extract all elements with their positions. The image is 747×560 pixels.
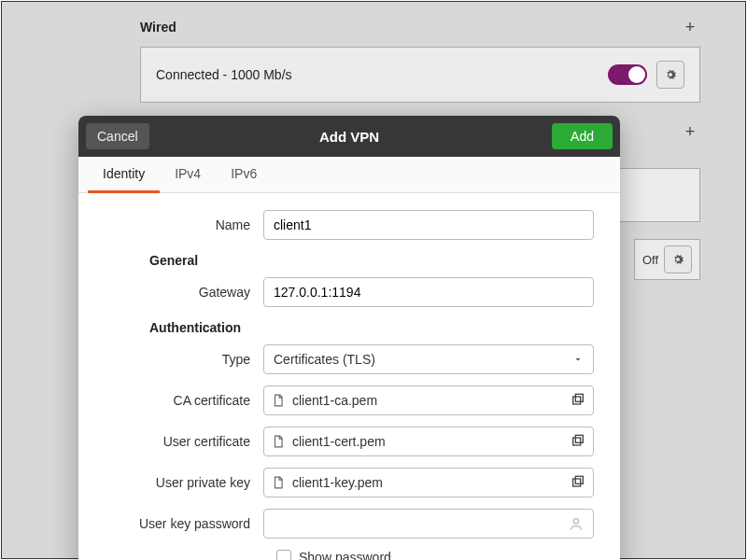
user-key-chooser[interactable]: client1-key.pem (263, 468, 594, 497)
chevron-down-icon (572, 354, 584, 365)
general-heading: General (149, 253, 594, 268)
svg-rect-5 (575, 476, 583, 483)
svg-rect-0 (573, 397, 581, 404)
browse-icon (571, 393, 585, 408)
add-vpn-dialog: Cancel Add VPN Add Identity IPv4 IPv6 Na… (78, 116, 620, 560)
show-password-label: Show password (299, 550, 391, 560)
gear-icon (670, 252, 685, 267)
user-cert-filename: client1-cert.pem (292, 434, 563, 449)
show-password-checkbox[interactable] (276, 550, 291, 560)
svg-rect-1 (575, 394, 583, 401)
add-vpn-button-bg[interactable]: + (680, 121, 700, 142)
wired-settings-button[interactable] (656, 61, 684, 89)
user-cert-chooser[interactable]: client1-cert.pem (263, 427, 594, 456)
gateway-input[interactable] (263, 277, 594, 307)
file-icon (272, 476, 285, 489)
type-label: Type (105, 352, 263, 367)
file-icon (272, 435, 285, 448)
wired-toggle[interactable] (608, 64, 647, 85)
gateway-label: Gateway (105, 285, 263, 300)
type-select[interactable]: Certificates (TLS) (263, 344, 594, 374)
browse-icon (571, 475, 585, 490)
browse-icon (571, 434, 585, 449)
type-select-value: Certificates (TLS) (274, 352, 375, 367)
wired-status-text: Connected - 1000 Mb/s (156, 67, 292, 82)
svg-point-6 (573, 519, 578, 524)
user-key-password-input[interactable] (274, 516, 569, 531)
svg-rect-4 (573, 479, 581, 486)
tab-identity[interactable]: Identity (88, 157, 160, 193)
proxy-off-label: Off (642, 253, 658, 267)
tab-ipv6[interactable]: IPv6 (216, 157, 272, 192)
dialog-tabs: Identity IPv4 IPv6 (78, 157, 620, 193)
ca-cert-chooser[interactable]: client1-ca.pem (263, 385, 594, 415)
proxy-settings-button[interactable] (664, 245, 692, 273)
dialog-title: Add VPN (319, 129, 379, 145)
file-icon (272, 394, 285, 407)
name-input[interactable] (263, 210, 594, 240)
authentication-heading: Authentication (149, 320, 594, 335)
user-key-password-label: User key password (105, 516, 263, 531)
tab-ipv4[interactable]: IPv4 (160, 157, 216, 192)
name-label: Name (105, 217, 263, 232)
user-key-label: User private key (105, 475, 263, 490)
person-icon (569, 516, 584, 531)
user-cert-label: User certificate (105, 434, 263, 449)
wired-connection-row[interactable]: Connected - 1000 Mb/s (140, 47, 700, 103)
wired-section-title: Wired (140, 20, 176, 35)
proxy-row-bg[interactable]: Off (634, 239, 700, 280)
user-key-filename: client1-key.pem (292, 475, 563, 490)
ca-cert-label: CA certificate (105, 393, 263, 408)
add-button[interactable]: Add (552, 123, 613, 149)
svg-rect-2 (573, 438, 581, 445)
cancel-button[interactable]: Cancel (86, 123, 149, 149)
ca-cert-filename: client1-ca.pem (292, 393, 563, 408)
dialog-header: Cancel Add VPN Add (78, 116, 620, 157)
svg-rect-3 (575, 435, 583, 442)
add-wired-button[interactable]: + (680, 17, 700, 37)
gear-icon (663, 67, 678, 82)
